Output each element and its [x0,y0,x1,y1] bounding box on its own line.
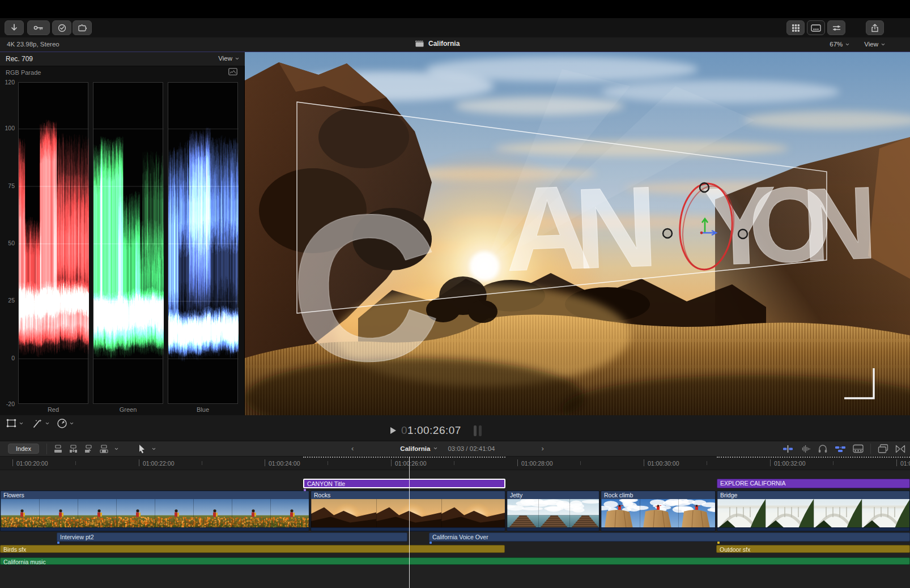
ruler-major-tick [770,459,771,466]
scope-type-label: RGB Parade [6,69,41,76]
solo-icon[interactable] [818,444,828,454]
ruler-timecode-label: 01:00:32:00 [774,460,805,467]
overwrite-edit-icon[interactable] [99,444,109,454]
scope-display-icon[interactable] [228,68,237,75]
transform-tool-menu[interactable] [6,418,23,428]
previous-timeline-button[interactable]: ‹ [351,444,354,453]
video-clip[interactable]: Bridge [717,491,910,531]
color-correction-icon [57,418,67,429]
ruler-minor-tick [75,461,76,465]
inspector-button[interactable] [827,20,845,35]
timecode-display[interactable]: 01:00:26:07 [401,424,461,437]
rotation-handle-left[interactable] [663,229,672,238]
share-button[interactable] [866,20,884,35]
playhead[interactable] [409,457,410,588]
ruler-minor-tick [454,461,454,465]
clip-connection-dot [304,489,306,491]
video-clip-label: Flowers [3,492,24,498]
rotation-handle-right[interactable] [738,229,747,238]
index-button[interactable]: Index [8,444,39,454]
background-tasks-button[interactable] [52,20,71,35]
audio-meter-left[interactable] [474,425,477,436]
scope-view-menu[interactable]: View [218,55,239,62]
transport-strip: 01:00:26:07 [0,415,910,441]
video-clip-audio-strip [601,527,715,531]
ruler-minor-tick [328,461,328,465]
audio-skimming-icon[interactable] [800,444,811,454]
audio-clip-label: California Voice Over [432,534,488,540]
snapping-icon[interactable] [835,444,846,454]
chevron-down-icon [881,42,885,46]
scope-colorspace-label: Rec. 709 [6,55,33,63]
toolbar-divider [870,444,871,454]
video-clip[interactable]: Flowers [0,491,309,531]
color-correction-menu[interactable] [57,418,74,429]
select-tool-icon[interactable] [138,444,146,454]
audio-clip[interactable]: Outdoor sfx [716,545,910,553]
ruler-major-tick [265,459,265,466]
video-scopes-panel: Rec. 709 View RGB Parade 1201007550250-2… [0,52,245,415]
chevron-down-icon[interactable] [114,447,118,451]
next-timeline-button[interactable]: › [542,444,544,453]
output-icon[interactable] [895,445,905,453]
ruler-minor-tick [202,461,202,465]
audio-clip[interactable]: California Voice Over [429,532,910,542]
ruler-timecode-label: 01:00:28:00 [521,460,552,467]
enhance-wand-icon [32,418,43,428]
video-clip-thumbnails [601,499,716,529]
audio-clip-label: California music [3,559,46,565]
timeline-duration-info: 03:03 / 02:41:04 [448,445,495,452]
enhance-menu[interactable] [32,418,49,428]
chevron-down-icon[interactable] [152,447,156,451]
rotation-handle-top[interactable] [700,183,709,192]
audio-clip[interactable]: Interview pt2 [57,532,407,542]
title-clip[interactable]: CANYON Title [303,479,505,488]
scope-column-red [18,82,88,404]
connect-edit-icon[interactable] [53,444,63,454]
clip-connection-dot [430,542,432,544]
audio-clip[interactable]: California music [0,557,910,565]
ruler-timecode-label: 01:00:26:00 [395,460,426,467]
append-edit-icon[interactable] [84,444,93,454]
keyword-button[interactable] [27,20,50,35]
keyword-icon [33,24,44,31]
scope-column-green [93,82,163,404]
clapperboard-icon [415,40,424,47]
timeline-project-menu[interactable]: California [400,445,437,452]
chevron-down-icon [433,446,437,450]
ruler-timecode-label: 01:00:20:00 [16,460,48,467]
viewer-canvas[interactable]: CANYON [245,52,910,423]
extensions-button[interactable] [73,20,92,35]
video-clip-label: Jetty [510,492,522,498]
viewer-zoom-menu[interactable]: 67% [830,41,849,48]
video-clip-label: Rock climb [604,492,633,498]
video-clip[interactable]: Rocks [311,491,505,531]
timeline-toolbar: Index ‹ California 03:03 / 02:41:04 › [0,441,910,457]
scope-axis-label: -20 [1,400,15,407]
timeline-windows-icon[interactable] [878,444,888,453]
clip-appearance-icon[interactable] [853,444,864,453]
ruler-major-tick [644,459,644,466]
ruler-timecode-label: 01:00:22:00 [143,460,174,467]
audio-meter-right[interactable] [479,425,482,436]
viewer-view-menu[interactable]: View [864,41,885,48]
browser-view-button[interactable] [786,20,805,35]
video-clip[interactable]: Jetty [507,491,599,531]
scope-axis-label: 50 [1,240,15,246]
scope-axis-label: 120 [1,79,15,86]
skimming-icon[interactable] [783,444,793,454]
title-clip[interactable]: EXPLORE CALIFORNIA [717,479,910,488]
transform-icon [6,418,17,428]
format-info: 4K 23.98p, Stereo [7,41,59,48]
scope-channel-label: Green [93,406,163,413]
insert-edit-icon[interactable] [69,444,78,454]
ruler-major-tick [139,459,139,466]
video-clip[interactable]: Rock climb [601,491,716,531]
timeline-ruler[interactable]: 01:00:20:0001:00:22:0001:00:24:0001:00:2… [0,457,910,470]
video-clip-thumbnails [507,499,599,529]
import-button[interactable] [5,20,24,35]
audio-clip[interactable]: Birds sfx [0,545,505,553]
play-button[interactable] [390,427,397,434]
filmstrip-view-button[interactable] [807,20,825,35]
window-top-strip [0,0,910,18]
